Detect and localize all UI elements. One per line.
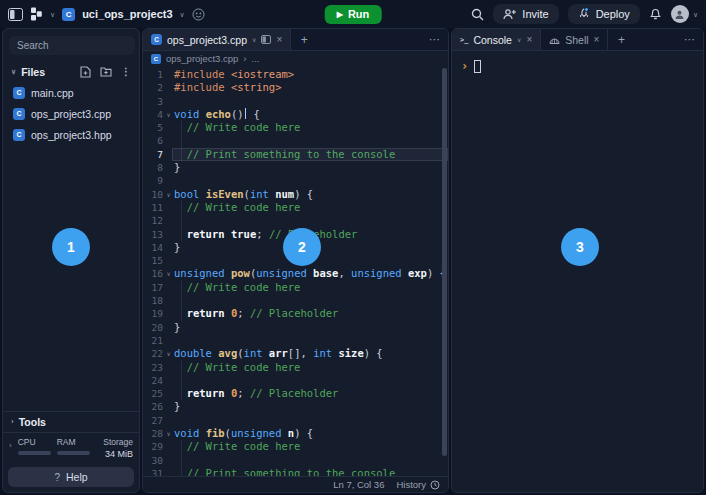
split-pane-icon[interactable] — [261, 35, 271, 44]
tab-ops-project3-cpp[interactable]: C ops_project3.cpp ∨ × — [143, 29, 291, 50]
prompt-icon: › — [461, 59, 468, 73]
code-line[interactable]: 21 — [143, 334, 448, 347]
search-icon[interactable] — [471, 8, 484, 21]
code-line[interactable]: 11 // Write code here — [143, 201, 448, 214]
resource-meters[interactable]: › CPU RAM Storage 34 MiB — [3, 432, 139, 465]
code-line[interactable]: 17 // Write code here — [143, 281, 448, 294]
console-output[interactable]: › — [452, 51, 703, 492]
close-tab-icon[interactable]: × — [594, 34, 600, 45]
history-button[interactable]: History — [396, 479, 440, 490]
code-line[interactable]: 12 — [143, 214, 448, 227]
workspace: ∨ Files ⋮ C main.cpp C ops_project3.cpp — [0, 28, 706, 495]
code-text — [174, 294, 448, 307]
file-list: C main.cpp C ops_project3.cpp C ops_proj… — [3, 82, 139, 145]
annotation-mark-2[interactable]: 2 — [283, 228, 321, 266]
fold-gutter — [163, 334, 174, 347]
account-menu[interactable]: ∨ — [671, 5, 698, 23]
new-file-icon[interactable] — [80, 66, 91, 78]
project-name[interactable]: uci_ops_project3 — [82, 8, 172, 20]
help-button[interactable]: ? Help — [8, 467, 134, 487]
file-item-ops-project3-hpp[interactable]: C ops_project3.hpp — [3, 124, 139, 145]
line-number: 18 — [143, 294, 163, 307]
breadcrumb[interactable]: C ops_project3.cpp › ... — [143, 51, 448, 66]
replit-logo[interactable] — [30, 7, 43, 21]
tab-shell[interactable]: Shell × — [541, 29, 608, 50]
search-input[interactable] — [9, 36, 135, 55]
invite-label: Invite — [522, 8, 548, 20]
line-number: 13 — [143, 228, 163, 241]
file-item-ops-project3-cpp[interactable]: C ops_project3.cpp — [3, 103, 139, 124]
line-number: 21 — [143, 334, 163, 347]
tools-header-label: Tools — [19, 416, 46, 428]
close-tab-icon[interactable]: × — [526, 34, 532, 45]
fold-chevron-icon[interactable]: ∨ — [163, 267, 174, 280]
cpp-file-icon: C — [151, 54, 161, 64]
tab-console[interactable]: >_ Console ∨ × — [452, 29, 541, 50]
new-tab-button[interactable]: + — [608, 29, 634, 50]
code-line[interactable]: 26} — [143, 400, 448, 413]
code-line[interactable]: 2#include <string> — [143, 81, 448, 94]
chevron-down-icon[interactable]: ∨ — [252, 37, 256, 43]
code-line[interactable]: 20} — [143, 321, 448, 334]
new-folder-icon[interactable] — [100, 66, 112, 77]
code-line[interactable]: 4∨void echo() { — [143, 108, 448, 121]
annotation-mark-1[interactable]: 1 — [52, 228, 90, 266]
bell-icon[interactable] — [649, 8, 662, 21]
code-line[interactable]: 6 — [143, 134, 448, 147]
code-line[interactable]: 27 — [143, 414, 448, 427]
code-line[interactable]: 18 — [143, 294, 448, 307]
invite-button[interactable]: Invite — [493, 4, 558, 24]
chevron-down-icon[interactable]: ∨ — [180, 11, 185, 18]
annotation-mark-3[interactable]: 3 — [561, 228, 599, 266]
cursor-position[interactable]: Ln 7, Col 36 — [333, 479, 384, 490]
code-line[interactable]: 24 — [143, 374, 448, 387]
code-line[interactable]: 16∨unsigned pow(unsigned base, unsigned … — [143, 267, 448, 280]
code-line[interactable]: 8} — [143, 161, 448, 174]
code-text: return 0; // Placeholder — [174, 387, 448, 400]
tools-section-header[interactable]: › Tools — [3, 411, 139, 432]
deploy-button[interactable]: Deploy — [568, 4, 640, 24]
line-number: 1 — [143, 68, 163, 81]
chevron-down-icon[interactable]: ∨ — [50, 11, 55, 18]
code-line[interactable]: 3 — [143, 95, 448, 108]
code-line[interactable]: 10∨bool isEven(int num) { — [143, 188, 448, 201]
code-line[interactable]: 31 // Print something to the console — [143, 467, 448, 476]
code-line[interactable]: 28∨void fib(unsigned n) { — [143, 427, 448, 440]
editor-options-icon[interactable]: ⋯ — [421, 29, 448, 50]
file-item-main-cpp[interactable]: C main.cpp — [3, 82, 139, 103]
sidebar-toggle-icon[interactable] — [8, 8, 23, 21]
files-menu-icon[interactable]: ⋮ — [121, 66, 131, 77]
console-options-icon[interactable]: ⋯ — [676, 29, 703, 50]
run-button[interactable]: ▶ Run — [325, 5, 382, 24]
code-line[interactable]: 25 return 0; // Placeholder — [143, 387, 448, 400]
code-line[interactable]: 7 // Print something to the console — [143, 148, 448, 161]
code-line[interactable]: 9 — [143, 174, 448, 187]
cpu-label: CPU — [18, 437, 51, 447]
cpu-meter: CPU — [18, 437, 51, 455]
code-line[interactable]: 1#include <iostream> — [143, 68, 448, 81]
code-line[interactable]: 23 // Write code here — [143, 361, 448, 374]
fold-chevron-icon[interactable]: ∨ — [163, 347, 174, 360]
editor-scrollbar[interactable] — [442, 68, 447, 456]
code-line[interactable]: 19 return 0; // Placeholder — [143, 307, 448, 320]
line-number: 27 — [143, 414, 163, 427]
fold-chevron-icon[interactable]: ∨ — [163, 427, 174, 440]
files-section-header[interactable]: ∨ Files ⋮ — [3, 61, 139, 82]
fold-gutter — [163, 294, 174, 307]
fold-gutter — [163, 214, 174, 227]
code-line[interactable]: 22∨double avg(int arr[], int size) { — [143, 347, 448, 360]
code-line[interactable]: 30 — [143, 454, 448, 467]
code-text: #include <string> — [174, 81, 448, 94]
new-tab-button[interactable]: + — [291, 29, 317, 50]
fold-chevron-icon[interactable]: ∨ — [163, 188, 174, 201]
code-line[interactable]: 5 // Write code here — [143, 121, 448, 134]
status-emoji-icon[interactable] — [192, 8, 205, 21]
chevron-down-icon[interactable]: ∨ — [517, 37, 521, 43]
ram-bar — [57, 451, 90, 455]
line-number: 8 — [143, 161, 163, 174]
code-line[interactable]: 29 // Write code here — [143, 440, 448, 453]
file-name: ops_project3.cpp — [31, 108, 111, 120]
code-area[interactable]: 1#include <iostream>2#include <string>34… — [143, 66, 448, 476]
fold-chevron-icon[interactable]: ∨ — [163, 108, 174, 121]
close-tab-icon[interactable]: × — [276, 34, 282, 45]
